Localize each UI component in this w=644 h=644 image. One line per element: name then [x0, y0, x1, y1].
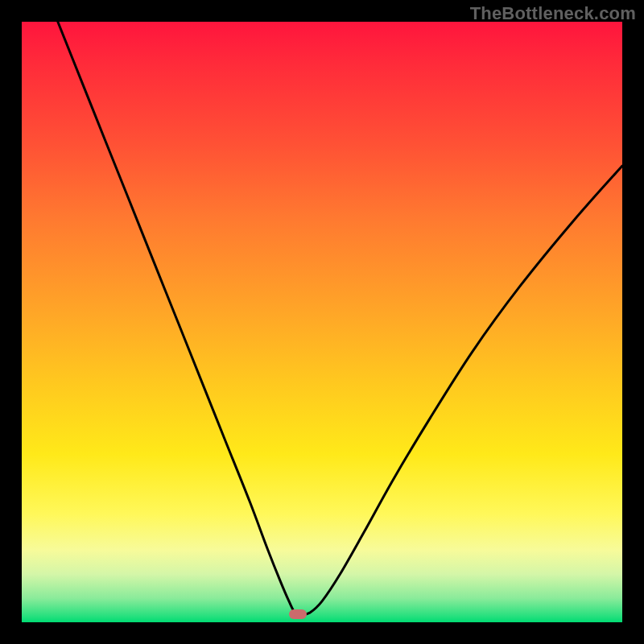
plot-area [22, 22, 622, 622]
chart-frame: TheBottleneck.com [0, 0, 644, 644]
curve-svg [22, 22, 622, 622]
bottleneck-marker [289, 609, 307, 619]
curve-path [58, 22, 622, 615]
watermark-text: TheBottleneck.com [470, 3, 636, 24]
